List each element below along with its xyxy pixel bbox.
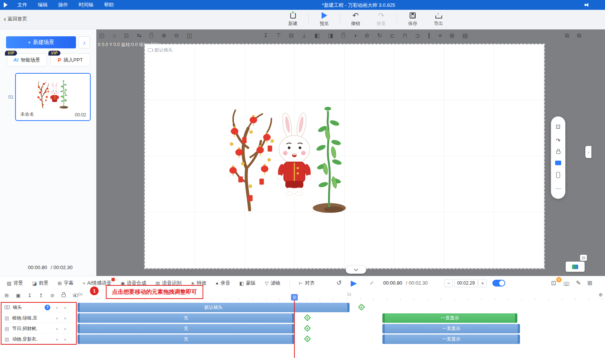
align-middle-icon[interactable]: ⊟: [289, 32, 294, 39]
align-center-icon[interactable]: ⊓: [402, 32, 407, 39]
track-option-dot[interactable]: [56, 318, 58, 319]
flip-horizontal-icon[interactable]: ◧: [314, 32, 320, 39]
festival-display-clip[interactable]: 一直显示: [382, 324, 520, 333]
panel-expand-handle[interactable]: ›: [585, 146, 591, 158]
autoplay-toggle[interactable]: [492, 280, 505, 287]
distribute-horizontal-icon[interactable]: ∥: [428, 32, 431, 39]
scene-artwork[interactable]: [217, 83, 359, 216]
edit-note-icon[interactable]: ✎: [576, 279, 581, 287]
plant-display-clip[interactable]: 一直显示: [382, 313, 517, 323]
replace-icon[interactable]: ↷: [556, 137, 561, 144]
layers-icon[interactable]: ◫: [187, 32, 192, 39]
background-music-button[interactable]: ♪: [79, 36, 90, 48]
menu-edit[interactable]: 编辑: [32, 0, 53, 10]
track-header-animal[interactable]: ▤ 动物,穿新衣,: [0, 335, 76, 344]
fit-canvas-icon[interactable]: ⊡: [124, 32, 129, 39]
align-bottom-icon[interactable]: ⊥: [302, 32, 306, 39]
play-button[interactable]: ▶: [351, 279, 357, 288]
delete-track-icon[interactable]: ⊘: [50, 293, 54, 298]
more-options-icon[interactable]: ⋯: [555, 185, 561, 192]
rotate-icon[interactable]: ↻: [377, 32, 382, 39]
copy-icon[interactable]: ⧉: [565, 32, 569, 39]
layer-order-icon[interactable]: ▤: [463, 32, 468, 39]
animal-entry-clip[interactable]: 无: [77, 335, 294, 344]
export-button[interactable]: 导出: [428, 12, 449, 27]
menu-file[interactable]: 文件: [12, 0, 32, 10]
scene-thumbnail-item[interactable]: 未命名 00:02: [15, 73, 91, 121]
same-size-icon[interactable]: ⊞: [450, 32, 455, 39]
track-option-dot[interactable]: [64, 339, 66, 341]
download-image-icon[interactable]: ↧: [263, 32, 268, 39]
zoom-out-icon[interactable]: ⊖: [174, 32, 179, 39]
add-effect-icon[interactable]: +: [304, 325, 311, 331]
mask-tool[interactable]: ◧ 蒙版: [239, 280, 255, 287]
timeline-settings-icon[interactable]: ⊕: [599, 292, 603, 297]
track-option-dot[interactable]: [56, 307, 58, 309]
track-header-plant[interactable]: ▤ 植物,绿植,豆: [0, 313, 76, 323]
lock-canvas-icon[interactable]: [149, 34, 153, 37]
redo-button[interactable]: ↷ 恢复: [371, 12, 391, 27]
festival-entry-clip[interactable]: 无: [77, 324, 294, 333]
record-tool[interactable]: ● 录音: [215, 280, 230, 287]
visibility-eye-icon[interactable]: [73, 294, 78, 297]
track-header-festival[interactable]: ▤ 节日,招财树,: [0, 324, 76, 333]
add-effect-icon[interactable]: +: [304, 314, 311, 321]
color-theme-panel[interactable]: [566, 262, 585, 272]
save-button[interactable]: 保存: [402, 12, 423, 27]
camera-frames-icon[interactable]: ◰: [99, 32, 105, 39]
mini-expand-button[interactable]: ⊡: [580, 255, 587, 261]
home-view-icon[interactable]: ⌂: [113, 32, 116, 39]
fit-timeline-icon[interactable]: ⊡: [551, 279, 556, 287]
fullscreen-preview-icon[interactable]: ↕: [368, 279, 375, 286]
move-down-icon[interactable]: ↧: [28, 293, 32, 298]
new-scene-button[interactable]: + 新建场景: [6, 36, 76, 48]
filter-tool[interactable]: ▽ 滤镜: [265, 280, 280, 287]
help-icon[interactable]: ?: [45, 305, 50, 310]
speaker-icon[interactable]: [585, 3, 589, 7]
align-right-icon[interactable]: ⊐: [415, 32, 420, 39]
add-group-icon[interactable]: ⊞: [5, 293, 9, 298]
undo-button[interactable]: ↶ 撤销: [345, 12, 366, 27]
flip-vertical-icon[interactable]: ◨: [328, 32, 333, 39]
duration-plus-button[interactable]: +: [478, 279, 487, 287]
history-icon[interactable]: ↺: [336, 279, 342, 287]
menu-help[interactable]: 帮助: [99, 0, 119, 10]
insert-ppt-button[interactable]: VIP P 插入PPT: [50, 53, 90, 67]
align-left-icon[interactable]: ⊏: [390, 32, 395, 39]
fit-element-icon[interactable]: ⊡: [556, 123, 561, 130]
track-option-dot[interactable]: [64, 328, 66, 330]
menu-timeline[interactable]: 时间轴: [73, 0, 99, 10]
lock-track-icon[interactable]: [62, 294, 66, 297]
playhead-handle[interactable]: [291, 294, 298, 300]
camera-clip[interactable]: 默认镜头: [77, 303, 350, 312]
background-tool[interactable]: ▨ 背景: [7, 280, 23, 287]
phone-preview-icon[interactable]: [556, 172, 560, 178]
track-option-dot[interactable]: [64, 307, 66, 309]
add-keyframe-icon[interactable]: +: [358, 304, 365, 310]
shadow-icon[interactable]: ◑: [353, 32, 357, 39]
unlock-icon[interactable]: [556, 151, 560, 154]
paste-icon[interactable]: ⧉: [577, 32, 581, 39]
menu-operate[interactable]: 操作: [53, 0, 73, 10]
screen-fill-icon[interactable]: [555, 161, 561, 165]
plant-entry-clip[interactable]: 无: [77, 313, 294, 323]
snapshot-camera-icon[interactable]: [564, 280, 569, 287]
distribute-vertical-icon[interactable]: ≡: [438, 32, 442, 39]
track-option-dot[interactable]: [64, 318, 66, 319]
track-option-dot[interactable]: [56, 339, 58, 341]
subtitle-tool[interactable]: ⊞ 字幕: [58, 280, 74, 287]
animal-display-clip[interactable]: 一直显示: [382, 335, 520, 344]
duration-minus-button[interactable]: −: [444, 279, 453, 287]
new-project-button[interactable]: 新建: [283, 12, 303, 27]
add-effect-icon[interactable]: +: [304, 335, 311, 342]
move-up-icon[interactable]: ↥: [39, 293, 43, 298]
collapse-canvas-button[interactable]: [346, 266, 366, 274]
lock-element-icon[interactable]: [341, 34, 345, 37]
add-track-icon[interactable]: ⊞: [587, 279, 592, 287]
smart-scene-button[interactable]: VIP AI 智能场景: [7, 53, 47, 67]
track-header-camera[interactable]: 镜头 ?: [0, 303, 76, 312]
swap-icon[interactable]: ⇆: [137, 32, 142, 39]
foreground-tool[interactable]: ◪ 前景: [32, 280, 48, 287]
align-top-icon[interactable]: ⊤: [276, 32, 281, 39]
preview-button[interactable]: 预览: [314, 12, 334, 27]
